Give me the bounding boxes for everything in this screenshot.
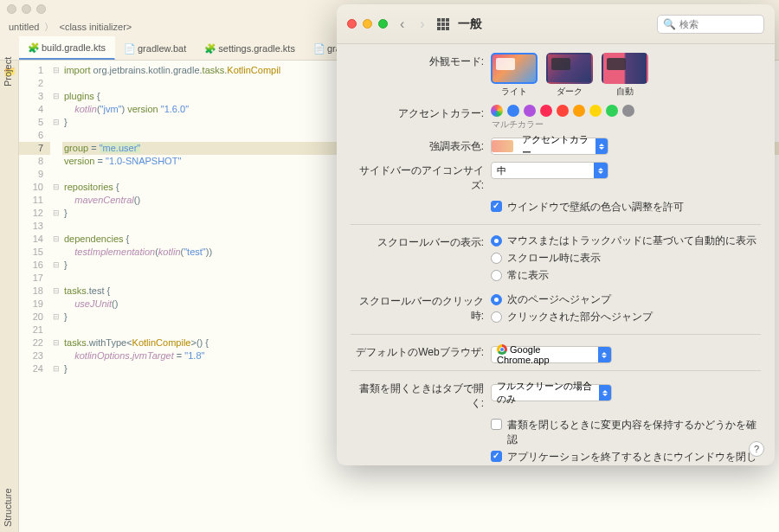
scroll-click-page-radio[interactable]: 次のページへジャンプ <box>491 292 761 307</box>
sidebar-icon-label: サイドバーのアイコンサイズ: <box>351 162 491 193</box>
scroll-show-auto-radio[interactable]: マウスまたはトラックパッドに基づいて自動的に表示 <box>491 234 761 248</box>
accent-swatch[interactable] <box>524 105 536 117</box>
wallpaper-tint-checkbox[interactable]: ウインドウで壁紙の色合い調整を許可 <box>491 200 761 215</box>
chrome-icon <box>497 344 507 355</box>
bat-file-icon: 📄 <box>124 43 134 54</box>
search-field[interactable]: 🔍 <box>657 15 764 34</box>
divider <box>351 224 761 225</box>
help-button[interactable]: ? <box>749 441 764 457</box>
structure-tool-label[interactable]: Structure <box>3 488 13 527</box>
back-button[interactable]: ‹ <box>396 16 408 32</box>
search-icon: 🔍 <box>663 18 676 30</box>
breadcrumb-item[interactable]: <class initializer> <box>59 22 132 32</box>
accent-swatch[interactable] <box>606 105 618 117</box>
pane-title: 一般 <box>458 16 482 32</box>
tab-build-gradle[interactable]: 🧩build.gradle.kts <box>19 36 115 60</box>
dark-thumb <box>546 53 593 84</box>
breadcrumb-root[interactable]: untitled <box>9 22 39 32</box>
minimize-icon[interactable] <box>363 19 372 29</box>
radio-icon <box>491 311 502 323</box>
close-icon[interactable] <box>347 19 357 29</box>
scroll-show-scrolling-radio[interactable]: スクロール時に表示 <box>491 251 761 266</box>
line-gutter: 123456789101112131415161718192021222324 <box>19 61 50 532</box>
highlight-select[interactable]: アクセントカラー <box>491 138 608 155</box>
search-input[interactable] <box>679 19 757 29</box>
chevron-updown-icon <box>594 163 608 178</box>
ask-changes-checkbox[interactable]: 書類を閉じるときに変更内容を保持するかどうかを確認 <box>491 418 761 447</box>
appearance-label: 外観モード: <box>351 53 491 69</box>
tabs-select[interactable]: フルスクリーンの場合のみ <box>491 384 612 401</box>
tab-settings-gradle[interactable]: 🧩settings.gradle.kts <box>196 36 305 60</box>
browser-label: デフォルトのWebブラウザ: <box>351 343 491 360</box>
ide-zoom[interactable] <box>36 4 46 14</box>
forward-button[interactable]: › <box>416 16 428 32</box>
accent-swatch[interactable] <box>622 105 634 117</box>
highlight-swatch-icon <box>492 140 513 152</box>
zoom-icon[interactable] <box>378 19 388 29</box>
accent-swatch[interactable] <box>573 105 585 117</box>
radio-icon <box>491 253 502 264</box>
radio-icon <box>491 235 502 247</box>
accent-swatch[interactable] <box>557 105 569 117</box>
divider <box>351 370 761 371</box>
divider <box>351 334 761 335</box>
tool-strip: 📁 <box>0 61 19 532</box>
checkbox-icon <box>491 419 502 430</box>
auto-thumb <box>602 53 648 84</box>
tabs-label: 書類を開くときはタブで開く: <box>351 380 491 411</box>
radio-icon <box>491 270 502 281</box>
show-all-icon[interactable] <box>437 18 449 30</box>
highlight-label: 強調表示色: <box>351 138 491 154</box>
appearance-dark[interactable]: ダーク <box>546 53 593 98</box>
radio-icon <box>491 294 502 305</box>
fold-gutter: ⊟⊟⊟⊟⊟⊟⊟⊟⊟⊟⊟ <box>50 61 62 532</box>
ide-minimize[interactable] <box>22 4 31 14</box>
project-tool-label[interactable]: Project <box>3 57 13 87</box>
scrollbar-click-label: スクロールバーのクリック時: <box>351 292 491 324</box>
accent-swatch[interactable] <box>507 105 519 117</box>
accent-sublabel: マルチカラー <box>492 119 761 131</box>
chevron-updown-icon <box>599 385 611 401</box>
scroll-click-spot-radio[interactable]: クリックされた部分へジャンプ <box>491 310 761 324</box>
accent-swatches <box>491 105 761 117</box>
checkbox-icon <box>491 201 502 212</box>
chevron-updown-icon <box>596 138 608 154</box>
props-file-icon: 📄 <box>313 43 324 54</box>
accent-multicolor[interactable] <box>491 105 503 117</box>
sidebar-icon-select[interactable]: 中 <box>491 162 608 179</box>
accent-label: アクセントカラー: <box>351 105 491 121</box>
appearance-light[interactable]: ライト <box>491 53 538 98</box>
chevron-updown-icon <box>598 347 612 362</box>
checkbox-icon <box>491 451 502 462</box>
close-windows-checkbox[interactable]: アプリケーションを終了するときにウインドウを閉じる <box>491 450 761 465</box>
gradle-file-icon: 🧩 <box>28 42 38 53</box>
chevron-right-icon: 〉 <box>44 21 54 34</box>
accent-swatch[interactable] <box>540 105 552 117</box>
tab-gradlew-bat[interactable]: 📄gradlew.bat <box>115 36 196 60</box>
titlebar: ‹ › 一般 🔍 <box>337 4 775 44</box>
scroll-show-always-radio[interactable]: 常に表示 <box>491 268 761 283</box>
gradle-file-icon: 🧩 <box>204 43 215 54</box>
browser-select[interactable]: Google Chrome.app <box>491 346 612 363</box>
appearance-auto[interactable]: 自動 <box>602 53 648 98</box>
system-prefs-window: ‹ › 一般 🔍 外観モード: ライト ダーク 自動 アクセントカラー: マルチ… <box>337 4 775 465</box>
scrollbar-show-label: スクロールバーの表示: <box>351 234 491 250</box>
light-thumb <box>491 53 538 84</box>
accent-swatch[interactable] <box>589 105 602 117</box>
ide-close[interactable] <box>7 4 16 14</box>
